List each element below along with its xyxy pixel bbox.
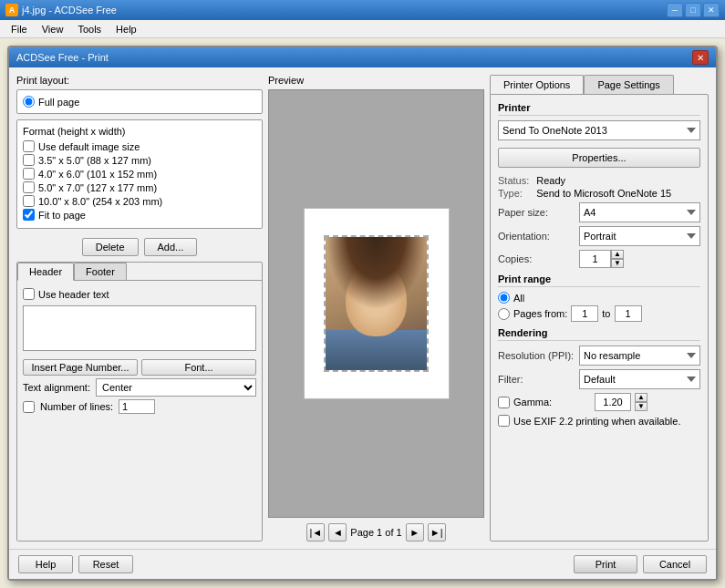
properties-btn-row: Properties...	[498, 144, 700, 171]
format-option-1: 3.5" x 5.0" (88 x 127 mm)	[23, 154, 256, 166]
preview-area	[268, 89, 484, 518]
format-checkbox-4[interactable]	[23, 195, 35, 207]
title-bar-buttons: ─ □ ✕	[667, 3, 720, 17]
gamma-input[interactable]	[595, 393, 631, 411]
all-radio[interactable]	[498, 292, 510, 304]
all-label: All	[513, 293, 524, 304]
format-title: Format (height x width)	[23, 126, 256, 137]
format-option-3: 5.0" x 7.0" (127 x 177 mm)	[23, 181, 256, 193]
printer-options-tab[interactable]: Printer Options	[490, 75, 584, 94]
copies-input[interactable]	[579, 250, 611, 268]
main-area: ACDSee Free - Print ✕ Print layout: Full…	[0, 38, 725, 588]
title-bar: A j4.jpg - ACDSee Free ─ □ ✕	[0, 0, 725, 20]
help-button[interactable]: Help	[18, 555, 73, 573]
full-page-label: Full page	[38, 97, 79, 108]
orientation-row: Orientation: PortraitLandscape	[498, 226, 700, 246]
menu-tools[interactable]: Tools	[70, 22, 109, 36]
add-button[interactable]: Add...	[144, 238, 198, 256]
bottom-left-buttons: Help Reset	[18, 555, 133, 573]
font-button[interactable]: Font...	[141, 359, 256, 376]
close-button[interactable]: ✕	[703, 3, 720, 17]
insert-page-number-button[interactable]: Insert Page Number...	[23, 359, 138, 376]
copies-label: Copies:	[498, 253, 575, 264]
filter-select[interactable]: DefaultBilinearBicubic	[579, 369, 700, 389]
print-layout-section: Print layout: Full page	[16, 75, 263, 114]
format-label-3: 5.0" x 7.0" (127 x 177 mm)	[38, 182, 157, 193]
print-dialog: ACDSee Free - Print ✕ Print layout: Full…	[7, 46, 718, 581]
dialog-close-button[interactable]: ✕	[692, 50, 709, 65]
paper-size-select[interactable]: A4A3LetterLegal	[579, 202, 700, 222]
app-title: j4.jpg - ACDSee Free	[22, 5, 117, 15]
menu-help[interactable]: Help	[109, 22, 144, 36]
gamma-checkbox[interactable]	[498, 397, 510, 408]
pages-from-row: Pages from: to	[498, 305, 700, 322]
format-checkbox-3[interactable]	[23, 181, 35, 193]
format-option-4: 10.0" x 8.0" (254 x 203 mm)	[23, 195, 256, 207]
print-button[interactable]: Print	[574, 555, 637, 573]
menu-file[interactable]: File	[4, 22, 35, 36]
printer-dropdown[interactable]: Send To OneNote 2013 Microsoft Print to …	[498, 120, 700, 140]
number-of-lines-checkbox[interactable]	[23, 401, 35, 413]
resolution-select[interactable]: No resample72150300	[579, 346, 700, 366]
maximize-button[interactable]: □	[685, 3, 701, 17]
use-header-text-checkbox[interactable]	[23, 288, 35, 300]
format-label-2: 4.0" x 6.0" (101 x 152 mm)	[38, 169, 157, 180]
text-alignment-select[interactable]: Center Left Right	[96, 378, 256, 397]
dialog-title-text: ACDSee Free - Print	[16, 52, 109, 63]
format-label-5: Fit to page	[38, 210, 86, 221]
page-prev-button[interactable]: ◄	[328, 523, 347, 542]
copies-row: Copies: ▲ ▼	[498, 250, 700, 268]
page-last-button[interactable]: ►|	[428, 523, 446, 542]
reset-button[interactable]: Reset	[78, 555, 133, 573]
right-panel: Printer Options Page Settings Printer Se…	[490, 75, 709, 542]
preview-page	[304, 208, 450, 399]
filter-label: Filter:	[498, 374, 575, 385]
properties-button[interactable]: Properties...	[498, 148, 700, 168]
exif-checkbox[interactable]	[498, 415, 510, 427]
preview-image	[324, 235, 429, 372]
gamma-up-button[interactable]: ▲	[635, 393, 647, 402]
pages-from-radio[interactable]	[498, 308, 510, 320]
gamma-row: Gamma: ▲ ▼	[498, 393, 700, 411]
title-bar-left: A j4.jpg - ACDSee Free	[5, 4, 117, 16]
menu-view[interactable]: View	[35, 22, 71, 36]
status-value: Ready	[536, 175, 700, 186]
pages-to-input[interactable]	[615, 305, 642, 322]
minimize-button[interactable]: ─	[667, 3, 683, 17]
use-header-text-label: Use header text	[38, 289, 109, 300]
type-label: Type:	[498, 188, 529, 199]
printer-info-grid: Status: Ready Type: Send to Microsoft On…	[498, 175, 700, 199]
format-checkbox-1[interactable]	[23, 154, 35, 166]
page-first-button[interactable]: |◄	[306, 523, 325, 542]
page-settings-tab[interactable]: Page Settings	[584, 75, 674, 94]
photo-hair	[326, 237, 427, 310]
gamma-down-button[interactable]: ▼	[635, 402, 647, 411]
number-of-lines-row: Number of lines:	[23, 399, 256, 414]
number-of-lines-input[interactable]	[119, 399, 155, 414]
delete-button[interactable]: Delete	[82, 238, 139, 256]
copies-down-button[interactable]: ▼	[611, 259, 624, 268]
full-page-radio[interactable]	[23, 96, 35, 108]
header-text-area[interactable]	[23, 305, 256, 351]
format-option-0: Use default image size	[23, 140, 256, 152]
paper-size-label: Paper size:	[498, 207, 575, 218]
pages-from-input[interactable]	[571, 305, 598, 322]
format-option-2: 4.0" x 6.0" (101 x 152 mm)	[23, 168, 256, 180]
format-checkbox-0[interactable]	[23, 140, 35, 152]
format-checkbox-5[interactable]	[23, 209, 35, 221]
orientation-select[interactable]: PortraitLandscape	[579, 226, 700, 246]
cancel-button[interactable]: Cancel	[643, 555, 707, 573]
print-layout-label: Print layout:	[16, 75, 263, 86]
page-next-button[interactable]: ►	[406, 523, 424, 542]
type-value: Send to Microsoft OneNote 15	[536, 188, 700, 199]
format-checkbox-2[interactable]	[23, 168, 35, 180]
use-header-text-row: Use header text	[23, 288, 256, 300]
menu-bar: File View Tools Help	[0, 20, 725, 38]
footer-tab[interactable]: Footer	[74, 263, 127, 281]
insert-font-row: Insert Page Number... Font...	[23, 359, 256, 376]
dialog-title-bar: ACDSee Free - Print ✕	[9, 47, 716, 67]
hf-tab-row: Header Footer	[17, 263, 262, 281]
header-tab[interactable]: Header	[17, 263, 74, 281]
gamma-label: Gamma:	[513, 397, 591, 407]
copies-up-button[interactable]: ▲	[611, 250, 624, 259]
